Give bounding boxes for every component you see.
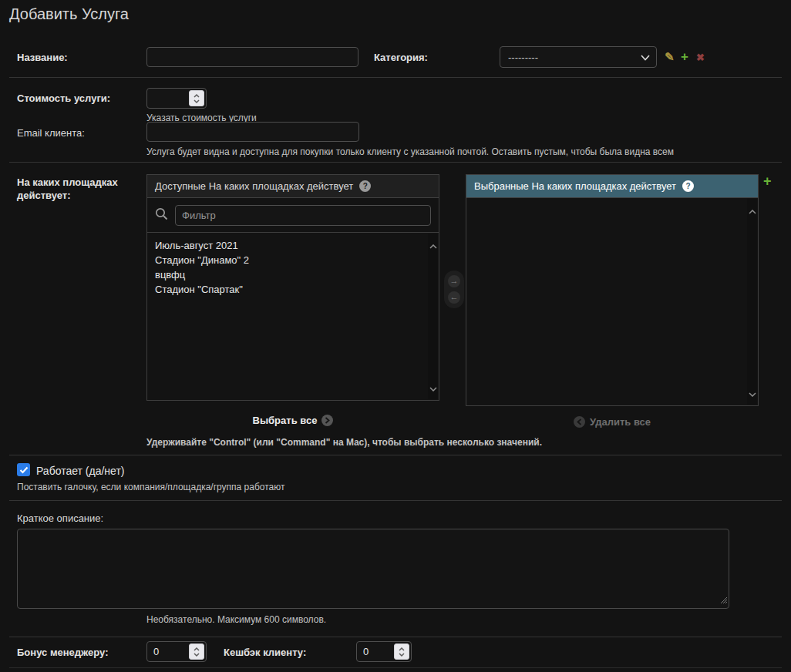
category-select[interactable]: --------- (500, 46, 657, 68)
choose-all-icon (321, 415, 333, 426)
move-right-button[interactable]: → (448, 275, 460, 287)
list-item[interactable]: вцвфц (155, 267, 426, 282)
remove-all-link[interactable]: Удалить все (466, 416, 759, 428)
list-item[interactable]: Июль-август 2021 (155, 238, 426, 253)
remove-all-icon (574, 416, 585, 428)
mover-pill: → ← (444, 270, 464, 308)
divider (9, 162, 782, 163)
scroll-down-icon[interactable] (429, 381, 437, 395)
chosen-header: Выбранные На каких площадках действует ? (466, 175, 758, 198)
chosen-list[interactable] (466, 198, 758, 405)
scrollbar[interactable] (428, 234, 438, 399)
email-input[interactable] (146, 122, 359, 142)
available-header-label: Доступные На каких площадках действует (155, 180, 353, 192)
search-icon (155, 207, 168, 223)
description-help: Необязательно. Максимум 600 символов. (146, 614, 326, 625)
multiselect-help: Удерживайте "Control" (или "Command" на … (146, 437, 542, 448)
description-textarea[interactable] (17, 529, 729, 609)
description-label: Краткое описание: (17, 512, 103, 524)
delete-category-icon[interactable]: ✖ (696, 52, 705, 62)
manager-bonus-label: Бонус менеджеру: (17, 647, 109, 658)
platforms-label: На каких площадках действует: (17, 176, 140, 202)
scroll-down-icon[interactable] (749, 386, 756, 400)
divider (9, 455, 782, 455)
chosen-panel: Выбранные На каких площадках действует ? (466, 174, 759, 406)
available-panel: Доступные На каких площадках действует ?… (146, 174, 439, 401)
email-label: Email клиента: (17, 127, 85, 139)
name-input[interactable] (146, 47, 358, 67)
chosen-header-label: Выбранные На каких площадках действует (474, 180, 676, 192)
email-help: Услуга будет видна и доступна для покупк… (146, 146, 674, 157)
name-label: Название: (17, 52, 68, 63)
filter-row (147, 198, 439, 232)
help-icon: ? (682, 180, 694, 192)
choose-all-link[interactable]: Выбрать все (146, 415, 439, 426)
price-stepper[interactable] (189, 90, 204, 106)
add-platform-icon[interactable]: + (763, 174, 772, 188)
scroll-up-icon[interactable] (749, 203, 756, 217)
category-label: Категория: (374, 52, 428, 63)
move-left-button[interactable]: ← (448, 291, 460, 304)
list-item[interactable]: Стадион "Динамо" 2 (155, 253, 426, 267)
page-title: Добавить Услуга (9, 5, 129, 23)
filter-input[interactable] (175, 205, 431, 226)
available-list[interactable]: Июль-август 2021Стадион "Динамо" 2вцвфцС… (147, 232, 439, 400)
add-category-icon[interactable]: + (681, 50, 688, 63)
divider (9, 500, 782, 501)
active-checkbox[interactable] (17, 463, 30, 476)
active-label[interactable]: Работает (да/нет) (36, 465, 124, 477)
divider (9, 77, 782, 78)
edit-category-icon[interactable]: ✎ (665, 51, 675, 62)
scrollbar[interactable] (747, 199, 757, 405)
list-item[interactable]: Стадион "Спартак" (155, 282, 426, 297)
price-label: Стоимость услуги: (17, 92, 110, 104)
client-cashback-label: Кешбэк клиенту: (224, 647, 306, 658)
active-help: Поставить галочку, если компания/площадк… (17, 482, 284, 492)
client-cashback-stepper[interactable] (394, 643, 409, 660)
scroll-up-icon[interactable] (429, 238, 437, 252)
divider (9, 667, 782, 668)
help-icon: ? (359, 180, 371, 192)
resize-handle-icon[interactable] (719, 593, 728, 607)
divider (9, 637, 782, 637)
available-header: Доступные На каких площадках действует ? (147, 175, 439, 198)
manager-bonus-stepper[interactable] (189, 643, 204, 660)
